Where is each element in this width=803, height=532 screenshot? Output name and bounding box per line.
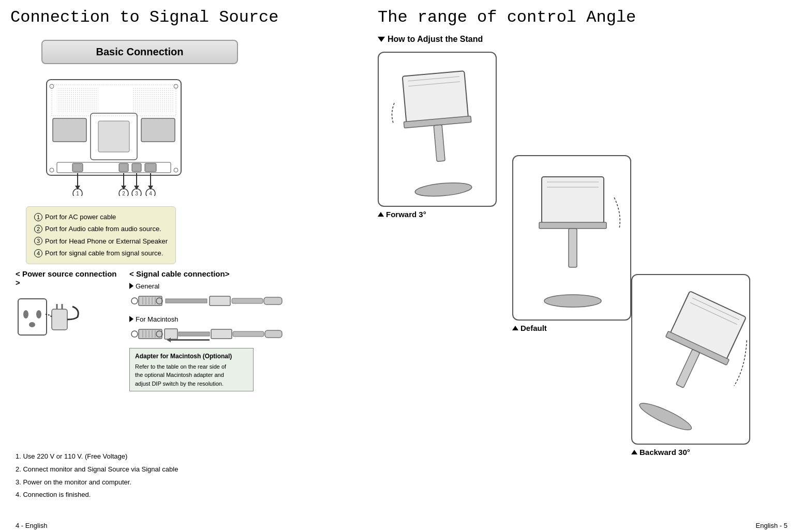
svg-rect-67 [265, 330, 282, 338]
svg-rect-6 [98, 121, 129, 152]
footer-right: English - 5 [756, 522, 787, 529]
general-label: General [129, 282, 326, 290]
port-num-2: 2 [34, 225, 42, 233]
bottom-notes: 1. Use 220 V or 110 V. (Free Voltage) 2.… [16, 450, 178, 501]
default-angle-item: Default [512, 155, 631, 332]
svg-rect-51 [232, 298, 263, 303]
svg-rect-74 [542, 177, 604, 223]
left-section: Connection to Signal Source Basic Connec… [10, 0, 362, 517]
port-labels-box: 1 Port for AC power cable 2 Port for Aud… [26, 206, 176, 264]
backward-monitor-frame [631, 274, 750, 445]
note-1: 1. Use 220 V or 110 V. (Free Voltage) [16, 450, 178, 463]
left-title: Connection to Signal Source [10, 8, 362, 27]
general-cable-svg [129, 292, 285, 310]
svg-point-73 [414, 181, 472, 198]
triangle-up-forward [378, 212, 384, 217]
forward-monitor-frame [378, 52, 497, 207]
svg-rect-3 [132, 87, 173, 113]
svg-rect-2 [57, 87, 98, 113]
svg-rect-66 [233, 331, 264, 337]
port-label-2: 2 Port for Audio cable from audio source… [34, 223, 168, 235]
note-4: 4. Connection is finished. [16, 489, 178, 501]
how-to-adjust-label: How to Adjust the Stand [378, 35, 797, 44]
svg-rect-72 [434, 125, 445, 161]
triangle-down-icon [378, 37, 385, 42]
svg-point-41 [131, 298, 138, 304]
svg-rect-80 [670, 291, 746, 359]
triangle-mac [129, 316, 133, 322]
port-label-3: 3 Port for Head Phone or External Speake… [34, 235, 168, 247]
note-2: 2. Connect monitor and Signal Source via… [16, 463, 178, 476]
svg-rect-49 [166, 299, 207, 303]
svg-point-37 [29, 322, 35, 327]
svg-rect-52 [264, 297, 282, 305]
backward-label: Backward 30° [631, 448, 750, 457]
footer: 4 - English English - 5 [0, 522, 803, 529]
monitor-angles: Forward 3° [378, 52, 766, 491]
svg-rect-61 [165, 329, 177, 339]
signal-title: < Signal cable connection> [129, 269, 326, 278]
svg-point-85 [637, 399, 694, 434]
svg-rect-78 [569, 229, 577, 267]
svg-rect-8 [141, 118, 175, 142]
monitor-back-area: 1 2 3 4 [41, 77, 186, 196]
svg-rect-7 [53, 118, 86, 142]
svg-text:4: 4 [149, 191, 152, 196]
port-label-1: 1 Port for AC power cable [34, 211, 168, 223]
default-monitor-frame [512, 155, 631, 321]
svg-text:2: 2 [122, 191, 125, 196]
triangle-up-backward [631, 450, 637, 454]
svg-point-36 [36, 310, 41, 318]
connections-row: < Power source connection > [16, 269, 362, 392]
power-outlet-svg [16, 296, 83, 358]
mac-cable-svg [129, 325, 285, 343]
svg-rect-11 [119, 163, 128, 172]
svg-rect-77 [539, 222, 606, 229]
svg-rect-84 [676, 349, 700, 388]
basic-connection-box: Basic Connection [41, 40, 238, 64]
svg-point-53 [131, 331, 138, 337]
port-label-4: 4 Port for signal cable from signal sour… [34, 247, 168, 259]
svg-rect-50 [210, 296, 230, 306]
default-monitor-svg [513, 156, 631, 321]
default-label: Default [512, 324, 631, 332]
forward-label: Forward 3° [378, 210, 497, 219]
right-section: The range of control Angle How to Adjust… [378, 0, 797, 517]
port-num-3: 3 [34, 237, 42, 245]
svg-rect-38 [52, 309, 67, 330]
backward-angle-item: Backward 30° [631, 274, 750, 457]
svg-rect-34 [18, 299, 47, 335]
svg-rect-12 [132, 163, 141, 172]
power-section: < Power source connection > [16, 269, 119, 392]
backward-monitor-svg [632, 275, 750, 445]
right-title: The range of control Angle [378, 8, 797, 27]
svg-point-35 [23, 310, 28, 318]
port-num-4: 4 [34, 249, 42, 257]
svg-text:3: 3 [135, 191, 138, 196]
footer-left: 4 - English [16, 522, 47, 529]
power-title: < Power source connection > [16, 269, 119, 287]
port-num-1: 1 [34, 213, 42, 221]
triangle-up-default [512, 326, 518, 330]
svg-rect-65 [211, 329, 232, 339]
svg-point-79 [544, 295, 601, 307]
adapter-box: Adapter for Macintosh (Optional) Refer t… [129, 348, 254, 392]
svg-text:1: 1 [76, 191, 79, 196]
forward-monitor-svg [379, 53, 497, 207]
adapter-title: Adapter for Macintosh (Optional) [135, 352, 248, 361]
svg-marker-63 [168, 339, 210, 341]
adapter-desc: Refer to the table on the rear side ofth… [135, 362, 248, 388]
triangle-general [129, 283, 133, 289]
page-container: Connection to Signal Source Basic Connec… [0, 0, 803, 532]
macintosh-label: For Macintosh [129, 315, 326, 323]
svg-rect-62 [179, 332, 210, 336]
note-3: 3. Power on the monitor and computer. [16, 476, 178, 489]
forward-angle-item: Forward 3° [378, 52, 497, 219]
svg-point-33 [174, 168, 178, 172]
monitor-back-svg: 1 2 3 4 [41, 77, 186, 196]
svg-point-32 [50, 168, 54, 172]
signal-section: < Signal cable connection> General [129, 269, 326, 392]
svg-rect-13 [145, 163, 156, 172]
svg-rect-10 [72, 163, 83, 172]
